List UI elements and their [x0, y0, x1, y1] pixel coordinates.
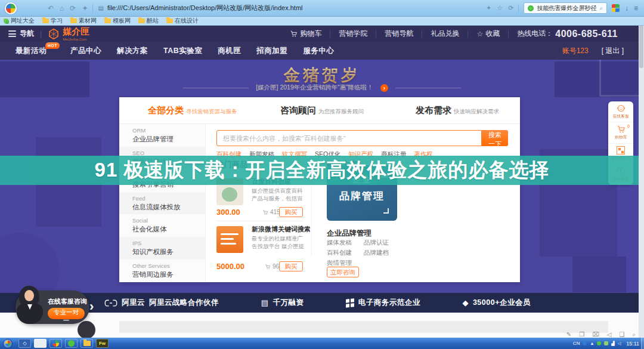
browser-logo-icon[interactable]	[5, 2, 17, 14]
header-link-academy[interactable]: 营销学院	[330, 29, 376, 39]
taskbar-clock[interactable]: 15:11	[626, 341, 639, 347]
tray-icon-signal[interactable]: ▟	[611, 341, 614, 346]
bookmark-label[interactable]: 在线设计	[175, 17, 199, 25]
product-title[interactable]: 新浪微博关键词搜索推广	[252, 225, 310, 234]
tab-label[interactable]: 发布需求	[416, 105, 451, 116]
browser-menu-icon[interactable]: ≡	[634, 4, 638, 13]
sidebar-item-feed[interactable]: Feed信息流媒体投放	[119, 192, 205, 215]
cart-label[interactable]: 购物车	[300, 29, 321, 39]
consult-now-button[interactable]: 立即咨询	[327, 267, 359, 277]
chevron-right-icon[interactable]: ›	[89, 299, 94, 314]
header-link-gifts[interactable]: 礼品兑换	[422, 29, 467, 39]
service-mini-bubble[interactable]	[78, 321, 95, 339]
tray-icon-blue[interactable]	[583, 341, 587, 345]
promo-link[interactable]: 品牌认证	[364, 239, 389, 247]
bookmark-label[interactable]: 素材网	[79, 17, 97, 25]
nav-item-franchise[interactable]: 招商加盟	[256, 46, 287, 56]
bookmark-label[interactable]: 网址大全	[11, 17, 35, 25]
home-icon[interactable]: ⌂	[60, 4, 64, 13]
banner-subtitle[interactable]: [媒介匣] 2019年企业营销跨年“惠”降临啦！	[256, 84, 373, 92]
download-manager-icon[interactable]: ↓	[625, 4, 628, 13]
product-thumbnail[interactable]	[216, 226, 243, 253]
show-desktop-button[interactable]	[641, 338, 644, 349]
search-magnifier-icon[interactable]: ⌕	[599, 5, 603, 12]
bookmark-item[interactable]: 网址大全	[4, 17, 35, 25]
taskbar-app-fireworks[interactable]: Fw	[96, 339, 109, 348]
search-input[interactable]	[216, 130, 482, 146]
url-text[interactable]: file:///C:/Users/Administrator/Desktop/网…	[107, 4, 303, 13]
start-button[interactable]	[3, 339, 13, 348]
bookmark-item[interactable]: 酷站	[138, 17, 159, 25]
tab-post-demand[interactable]: 发布需求 快速响应解决需求	[416, 105, 499, 116]
float-item-customer-service[interactable]: 在线客服	[608, 101, 633, 122]
buy-button[interactable]: 购买	[279, 207, 303, 217]
browser-search-box[interactable]: 技能伤害爆炸全屏秒径 ⌕	[524, 2, 607, 14]
float-item-cart[interactable]: 0 购物车	[608, 122, 633, 143]
favorites-icon[interactable]: ✦	[82, 4, 88, 13]
promo-link[interactable]: 百科创建	[327, 249, 352, 257]
header-cart-link[interactable]: 购物车	[281, 29, 330, 39]
promo-banner[interactable]: 金猪贺岁 [媒介匣] 2019年企业营销跨年“惠”降临啦！ ›	[0, 60, 644, 97]
bookmark-label[interactable]: 模板网	[113, 17, 131, 25]
tab-consult-advisor[interactable]: 咨询顾问 为您推荐服务顾问	[280, 105, 364, 116]
hamburger-icon[interactable]	[8, 30, 16, 37]
taskbar-app-hexagon[interactable]: ◇	[18, 339, 31, 348]
buy-button[interactable]: 购买	[279, 261, 303, 271]
favorite-label[interactable]: 收藏	[485, 29, 500, 39]
sidebar-item-orm[interactable]: ORM企业品牌管理	[119, 124, 205, 147]
tray-icon-speaker[interactable]: ◁	[618, 341, 621, 346]
brand-logo[interactable]: 媒介匣 MeiJieXia.Com	[48, 26, 89, 41]
language-indicator[interactable]: CN	[573, 341, 580, 346]
bookmark-label[interactable]: 学习	[51, 17, 63, 25]
back-icon[interactable]: ↶	[48, 4, 54, 13]
float-label[interactable]: 在线客服	[613, 114, 629, 119]
scrollbar[interactable]	[639, 17, 644, 338]
promo-link[interactable]: 舆情管理	[327, 259, 352, 267]
promo-link[interactable]: 品牌建档	[364, 249, 389, 257]
sidebar-item-social[interactable]: Social社会化媒体	[119, 214, 205, 237]
tab-all-categories[interactable]: 全部分类 寻找营销资源与服务	[148, 105, 237, 116]
banner-arrow-icon[interactable]: ›	[380, 84, 388, 92]
nav-item-lab[interactable]: TAB实验室	[163, 46, 202, 56]
brand-name[interactable]: 媒介匣	[63, 26, 89, 36]
nav-toggle-label[interactable]: 导航	[20, 29, 34, 39]
tab-label[interactable]: 咨询顾问	[280, 105, 316, 116]
taskbar-app-notepad[interactable]	[34, 339, 47, 348]
nav-item-solutions[interactable]: 解决方案	[117, 46, 148, 56]
search-button[interactable]: 搜索一下	[482, 130, 508, 146]
bookmark-item[interactable]: 在线设计	[166, 17, 199, 25]
bookmark-item[interactable]: 素材网	[70, 17, 97, 25]
tray-icon-green[interactable]	[597, 341, 601, 345]
tab-label[interactable]: 全部分类	[148, 105, 184, 116]
taskbar-app-green[interactable]	[65, 339, 78, 348]
customer-service-widget[interactable]: 在线客服咨询 专业一对一 ›	[16, 291, 89, 324]
reload-icon[interactable]: ⟳	[70, 4, 76, 13]
bookmark-star-icon[interactable]: ☆	[497, 4, 503, 12]
taskbar-app-browser[interactable]	[49, 339, 62, 348]
one-on-one-button[interactable]: 专业一对一	[48, 308, 85, 319]
header-favorite-link[interactable]: ☆ 收藏	[468, 29, 508, 39]
bookmark-item[interactable]: 模板网	[104, 17, 131, 25]
bookmark-label[interactable]: 酷站	[147, 17, 159, 25]
bookmark-item[interactable]: 学习	[42, 17, 63, 25]
tray-icon-square[interactable]	[604, 341, 608, 345]
nav-item-products[interactable]: 产品中心	[70, 46, 101, 56]
account-label[interactable]: 账号123	[562, 46, 589, 56]
logout-button[interactable]: [ 退出 ]	[602, 46, 624, 56]
promo-link[interactable]: 媒体发稿	[327, 239, 352, 247]
float-label[interactable]: 购物车	[615, 135, 627, 140]
sidebar-item-ips[interactable]: IPS知识产权服务	[119, 237, 205, 260]
refresh-icon[interactable]: ⟳	[508, 4, 513, 12]
browser-search-text[interactable]: 技能伤害爆炸全屏秒径	[537, 4, 596, 13]
app-market-icon[interactable]	[612, 4, 620, 12]
nav-item-service[interactable]: 服务中心	[303, 46, 334, 56]
address-bar[interactable]: ▤ file:///C:/Users/Administrator/Desktop…	[98, 4, 486, 13]
nav-item-business[interactable]: 商机匣	[218, 46, 241, 56]
header-link-navigation[interactable]: 营销导航	[376, 29, 422, 39]
nav-item-activity[interactable]: 最新活动HOT	[16, 46, 47, 56]
sidebar-item-other[interactable]: Other Services营销周边服务	[119, 260, 205, 282]
tray-icon-up-arrow[interactable]: ▲	[590, 341, 594, 345]
speed-mode-icon[interactable]: ✦	[486, 4, 491, 12]
scrollbar-thumb[interactable]	[639, 20, 643, 68]
taskbar-app-folder[interactable]	[80, 339, 93, 348]
